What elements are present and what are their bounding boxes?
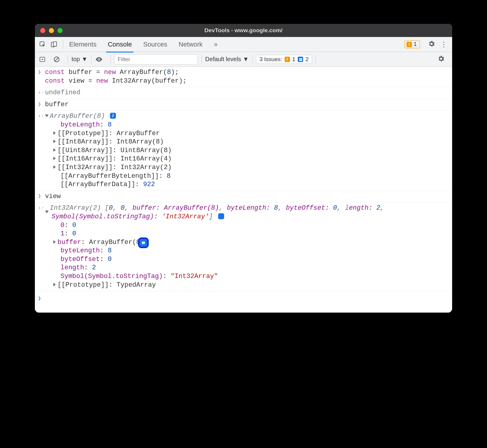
expand-caret-icon[interactable]	[53, 240, 56, 244]
devtools-window: DevTools - www.google.com/ Elements Cons…	[35, 24, 452, 313]
separator	[316, 55, 316, 64]
svg-rect-11	[144, 241, 145, 242]
maximize-button[interactable]	[58, 28, 63, 33]
svg-rect-14	[144, 243, 145, 244]
issues-warn-count: 1	[292, 56, 296, 63]
console-input-row[interactable]: ❯ buffer	[35, 99, 452, 111]
expand-caret-icon[interactable]	[53, 157, 56, 160]
warnings-count: 1	[414, 41, 417, 47]
console-output-row: ‹· Int32Array(2) [0, 0, buffer: ArrayBuf…	[35, 203, 452, 291]
issues-label: 3 Issues:	[259, 56, 282, 63]
close-button[interactable]	[40, 28, 45, 33]
main-tabbar: Elements Console Sources Network » ! 1 ⋮	[35, 37, 452, 52]
svg-rect-2	[53, 42, 57, 46]
sidebar-toggle-icon[interactable]	[39, 55, 46, 64]
tab-sources[interactable]: Sources	[142, 38, 168, 51]
log-levels-selector[interactable]: Default levels ▼	[205, 56, 249, 63]
window-title: DevTools - www.google.com/	[35, 27, 452, 34]
console-toolbar: top ▼ Default levels ▼ 3 Issues: ! 1 ▤ 2	[35, 52, 452, 67]
undefined-result: undefined	[45, 89, 80, 96]
traffic-lights	[35, 28, 63, 33]
expand-caret-icon[interactable]	[45, 211, 49, 213]
console-input-row[interactable]: ❯ view	[35, 191, 452, 203]
warning-icon: !	[285, 57, 290, 62]
code-token: const	[45, 69, 65, 76]
separator	[201, 55, 202, 64]
inspect-icon[interactable]	[39, 40, 46, 49]
log-levels-label: Default levels	[205, 56, 241, 63]
svg-rect-10	[143, 241, 144, 242]
console-output: ❯ const buffer = new ArrayBuffer(8); con…	[35, 67, 452, 313]
more-menu-icon[interactable]: ⋮	[440, 40, 447, 49]
live-expression-icon[interactable]	[95, 55, 103, 64]
separator	[252, 55, 252, 64]
separator	[63, 40, 63, 49]
minimize-button[interactable]	[49, 28, 54, 33]
expand-caret-icon[interactable]	[45, 115, 49, 117]
console-prompt[interactable]: ❯	[35, 291, 452, 313]
view-expr: view	[45, 193, 61, 200]
context-label: top	[72, 56, 80, 63]
warning-icon: !	[407, 42, 412, 47]
separator	[91, 55, 91, 64]
svg-rect-12	[142, 243, 142, 244]
settings-icon[interactable]	[428, 40, 435, 49]
clear-console-icon[interactable]	[53, 55, 60, 64]
chevron-down-icon: ▼	[82, 56, 88, 63]
expand-caret-icon[interactable]	[53, 148, 56, 152]
input-chevron-icon: ❯	[38, 101, 41, 108]
issues-info-count: 2	[305, 56, 309, 63]
svg-point-7	[98, 58, 99, 60]
titlebar: DevTools - www.google.com/	[35, 24, 452, 37]
input-chevron-icon: ❯	[38, 193, 41, 200]
tab-network[interactable]: Network	[178, 38, 203, 51]
input-chevron-icon: ❯	[38, 69, 41, 76]
console-input-row[interactable]: ❯ const buffer = new ArrayBuffer(8); con…	[35, 67, 452, 87]
chevron-down-icon: ▼	[243, 56, 249, 63]
console-output-row: ‹· undefined	[35, 87, 452, 99]
filter-input[interactable]	[114, 54, 198, 64]
issues-counter[interactable]: 3 Issues: ! 1 ▤ 2	[256, 55, 312, 64]
expand-caret-icon[interactable]	[53, 165, 56, 169]
info-badge-icon[interactable]: i	[110, 113, 116, 119]
info-icon: ▤	[298, 57, 303, 62]
arraybuffer-header[interactable]: ArrayBuffer(8)	[50, 112, 105, 120]
tab-console[interactable]: Console	[107, 38, 133, 51]
tab-elements[interactable]: Elements	[69, 38, 97, 51]
svg-rect-8	[142, 242, 145, 243]
expand-caret-icon[interactable]	[53, 140, 56, 143]
console-output-row: ‹· ArrayBuffer(8) i byteLength: 8 [[Prot…	[35, 111, 452, 191]
output-chevron-icon: ‹·	[38, 113, 44, 120]
buffer-expr: buffer	[45, 101, 69, 108]
device-toggle-icon[interactable]	[50, 40, 58, 49]
panel-tabs: Elements Console Sources Network »	[69, 38, 218, 51]
svg-rect-9	[142, 241, 142, 242]
expand-caret-icon[interactable]	[53, 283, 56, 286]
memory-inspector-icon[interactable]	[139, 239, 147, 247]
output-chevron-icon: ‹·	[38, 205, 44, 211]
expand-caret-icon[interactable]	[53, 131, 56, 135]
svg-line-6	[55, 58, 58, 61]
warnings-badge[interactable]: ! 1	[404, 40, 420, 48]
separator	[111, 55, 111, 64]
context-selector[interactable]: top ▼	[72, 56, 88, 63]
svg-marker-4	[42, 58, 44, 60]
svg-rect-13	[143, 243, 144, 244]
prompt-chevron-icon: ❯	[38, 295, 41, 302]
info-badge-icon[interactable]: i	[218, 213, 224, 219]
more-tabs-button[interactable]: »	[213, 38, 218, 51]
separator	[68, 55, 68, 64]
output-chevron-icon: ‹·	[38, 89, 44, 96]
console-settings-icon[interactable]	[437, 55, 445, 64]
